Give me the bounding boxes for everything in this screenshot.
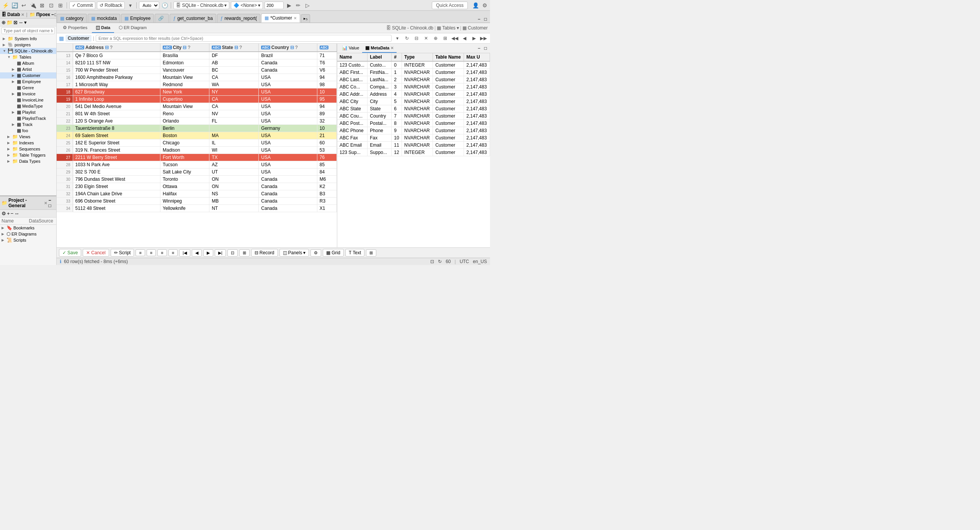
toolbar-icon-person[interactable]: 👤 — [472, 2, 479, 9]
table-row[interactable]: 20 541 Del Medio Avenue Mountain View CA… — [57, 103, 337, 110]
limit-input[interactable] — [265, 2, 284, 9]
rp-tab-metadata[interactable]: ▦ MetaData ✕ — [362, 44, 397, 53]
tab-mockdata[interactable]: ▦mockdata — [88, 14, 120, 23]
tree-item-postgres[interactable]: ▶🐘postgres — [0, 42, 56, 48]
tree-item-tables[interactable]: ▼📁Tables — [0, 54, 56, 60]
country-info-icon[interactable]: ? — [295, 45, 298, 50]
table-row[interactable]: 14 8210 111 ST NW Edmonton AB Canada T6 — [57, 59, 337, 67]
table-row[interactable]: 25 162 E Superior Street Chicago IL USA … — [57, 139, 337, 147]
toolbar-run-icon[interactable]: ▶ — [285, 2, 293, 9]
table-row[interactable]: 34 5112 48 Street Yellowknife NT Canada … — [57, 205, 337, 212]
nav-btn-extra2[interactable]: ⊞ — [239, 249, 250, 257]
tree-item-playlist[interactable]: ▶▦Playlist — [0, 109, 56, 115]
save-button[interactable]: ✓ Save — [59, 249, 81, 257]
filter-refresh-btn[interactable]: ↻ — [403, 34, 411, 43]
nav-next-button[interactable]: ▶ — [203, 249, 213, 257]
table-row[interactable]: 15 700 W Pender Street Vancouver BC Cana… — [57, 67, 337, 74]
minimize-icon[interactable]: − — [51, 12, 54, 17]
nav-last-button[interactable]: ▶| — [215, 249, 226, 257]
tab-rewards[interactable]: ƒrewards_report( — [217, 14, 260, 23]
panels-button[interactable]: ◫ Panels ▾ — [279, 249, 309, 257]
db-select[interactable]: 🗄 SQLite - Chinook.db ▾ — [173, 2, 229, 9]
tree-item-indexes[interactable]: ▶📁Indexes — [0, 140, 56, 146]
tab-er-diagram[interactable]: ⬡ ER Diagram — [115, 23, 150, 33]
settings-icon[interactable]: ⚙ — [2, 211, 6, 216]
tab-employee[interactable]: ▦Employee — [121, 14, 154, 23]
tab-sqlite[interactable]: 🔗 — [155, 14, 169, 23]
address-info-icon[interactable]: ? — [110, 45, 113, 50]
disconnect-icon[interactable]: ⊠ — [13, 20, 18, 25]
table-row[interactable]: 13 Qe 7 Bloco G Brasília DF Brazil 71 — [57, 52, 337, 59]
nav-first-button[interactable]: |◀ — [179, 249, 190, 257]
rollback-button[interactable]: ↺ Rollback — [97, 2, 125, 9]
db-filter-input[interactable] — [2, 27, 55, 34]
filter-apply-btn[interactable]: ⊟ — [412, 34, 421, 43]
table-row[interactable]: 27 2211 W Berry Street Fort Worth TX USA… — [57, 154, 337, 161]
format-btn1[interactable]: ≡ — [136, 249, 145, 256]
toolbar-explain-icon[interactable]: ▷ — [304, 2, 311, 9]
tree-item-system-info[interactable]: ▶📁System Info — [0, 36, 56, 42]
table-row[interactable]: 26 319 N. Frances Street Madison WI USA … — [57, 147, 337, 154]
record-button[interactable]: ⊟ Record — [251, 249, 278, 257]
rp-maximize-icon[interactable]: □ — [483, 45, 488, 52]
maximize-icon[interactable]: □ — [55, 12, 56, 17]
tree-item-track[interactable]: ▶▦Track — [0, 121, 56, 128]
table-row[interactable]: 17 1 Microsoft Way Redmond WA USA 98 — [57, 81, 337, 88]
more-icon[interactable]: ▾ — [24, 20, 27, 25]
table-row[interactable]: 31 230 Elgin Street Ottawa ON Canada K2 — [57, 183, 337, 190]
new-conn-icon[interactable]: ⊕ — [2, 20, 6, 25]
filter-expression-input[interactable] — [96, 35, 392, 42]
filter-nav-first-btn[interactable]: ◀◀ — [451, 34, 459, 43]
tab-properties[interactable]: ⚙ Properties — [59, 23, 91, 33]
toolbar-stop-icon[interactable]: ✏ — [294, 2, 302, 9]
tab-get_customer[interactable]: ƒget_customer_ba — [170, 14, 216, 23]
toolbar-icon-5[interactable]: ⊠ — [38, 2, 46, 9]
nav-prev-button[interactable]: ◀ — [192, 249, 202, 257]
rp-tab-value[interactable]: 📊 Value — [339, 44, 362, 53]
proj-max-icon[interactable]: □ — [48, 203, 51, 208]
table-row[interactable]: 19 1 Infinite Loop Cupertino CA USA 95 — [57, 96, 337, 103]
tab-category[interactable]: ▦category — [57, 14, 87, 23]
tree-item-foo[interactable]: ▦foo — [0, 128, 56, 134]
tree-item-customer[interactable]: ▶▦Customer — [0, 72, 56, 79]
extra-btn[interactable]: ⊞ — [366, 249, 376, 257]
tree-item-album[interactable]: ▦Album — [0, 60, 56, 66]
table-row[interactable]: 24 69 Salem Street Boston MA USA 21 — [57, 132, 337, 139]
filter-custom-btn[interactable]: ⊞ — [441, 34, 449, 43]
tab-close-customer[interactable]: ✕ — [294, 16, 297, 20]
tree-item-sqlite---chinook.db[interactable]: ▼💾SQLite - Chinook.db — [0, 48, 56, 54]
table-row[interactable]: 28 1033 N Park Ave Tucson AZ USA 85 — [57, 161, 337, 168]
table-row[interactable]: 30 796 Dundas Street West Toronto ON Can… — [57, 176, 337, 183]
table-row[interactable]: 29 302 S 700 E Salt Lake City UT USA 84 — [57, 168, 337, 176]
project-item-scripts[interactable]: ▶📜Scripts — [0, 237, 56, 243]
delete-icon[interactable]: − — [11, 211, 14, 216]
filter-dropdown-btn[interactable]: ▾ — [393, 34, 402, 43]
text-button[interactable]: T Text — [345, 249, 364, 257]
toolbar-icon-3[interactable]: ↩ — [20, 2, 28, 9]
tree-item-mediatype[interactable]: ▦MediaType — [0, 103, 56, 109]
nav-btn-extra1[interactable]: ⊡ — [227, 249, 238, 257]
toolbar-icon-settings[interactable]: ⚙ — [481, 2, 488, 9]
address-filter-icon[interactable]: ⊟ — [105, 45, 109, 50]
filter-nav-prev-btn[interactable]: ◀ — [460, 34, 469, 43]
format-btn2[interactable]: ≡ — [147, 249, 156, 256]
tree-item-playlisttrack[interactable]: ▦PlaylistTrack — [0, 115, 56, 121]
state-info-icon[interactable]: ? — [239, 45, 242, 50]
toolbar-icon-1[interactable]: ⚡ — [2, 2, 9, 9]
state-filter-icon[interactable]: ⊟ — [234, 45, 238, 50]
table-row[interactable]: 18 627 Broadway New York NY USA 10 — [57, 88, 337, 96]
settings-button[interactable]: ⚙ — [310, 249, 321, 257]
toolbar-icon-7[interactable]: ⊞ — [57, 2, 64, 9]
add-icon[interactable]: + — [7, 211, 10, 216]
filter-nav-last-btn[interactable]: ▶▶ — [479, 34, 488, 43]
toolbar-icon-2[interactable]: 🔄 — [11, 2, 18, 9]
toolbar-icon-4[interactable]: 🔌 — [29, 2, 37, 9]
city-info-icon[interactable]: ? — [188, 45, 190, 50]
quick-access-button[interactable]: Quick Access — [432, 2, 468, 9]
expand-icon[interactable]: ↔ — [14, 211, 19, 216]
commit-button[interactable]: ✓ Commit — [69, 2, 95, 9]
format-btn3[interactable]: ≡ — [157, 249, 167, 256]
project-item-er-diagrams[interactable]: ▶⬡ER Diagrams — [0, 231, 56, 237]
filter-nav-next-btn[interactable]: ▶ — [470, 34, 478, 43]
toolbar-icon-6[interactable]: ⊡ — [47, 2, 55, 9]
